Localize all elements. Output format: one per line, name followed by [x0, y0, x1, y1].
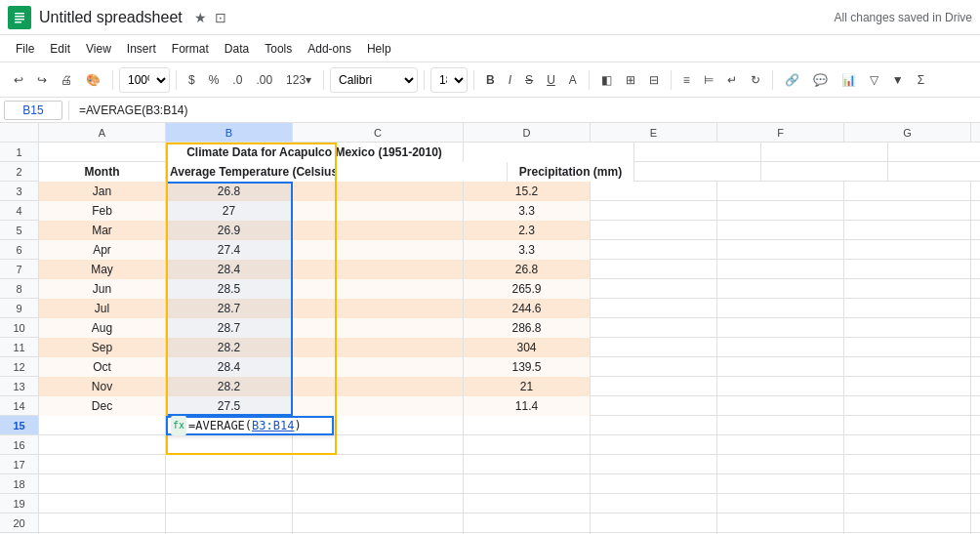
menu-format[interactable]: Format — [164, 38, 217, 60]
font-name-select[interactable]: Calibri — [330, 67, 418, 93]
italic-button[interactable]: I — [503, 69, 517, 91]
cell-b5[interactable]: 26.9 — [166, 221, 293, 240]
cell-f8[interactable] — [717, 279, 844, 299]
wrap-button[interactable]: ↵ — [721, 69, 743, 91]
row-num-1[interactable]: 1 — [0, 143, 38, 162]
functions-button[interactable]: Σ — [912, 69, 930, 91]
cell-e15[interactable] — [591, 416, 717, 435]
cell-e19[interactable] — [591, 494, 717, 513]
cell-d7[interactable]: 26.8 — [464, 260, 591, 279]
cell-b6[interactable]: 27.4 — [166, 240, 293, 260]
redo-button[interactable]: ↪ — [31, 69, 53, 91]
row-num-19[interactable]: 19 — [0, 494, 38, 513]
cell-f4[interactable] — [717, 201, 844, 221]
cell-a16[interactable] — [39, 435, 166, 455]
cell-c4[interactable] — [293, 201, 464, 221]
col-header-d[interactable]: D — [464, 123, 591, 142]
cell-f14[interactable] — [717, 396, 844, 416]
cell-a6[interactable]: Apr — [39, 240, 166, 260]
cell-f6[interactable] — [717, 240, 844, 260]
cell-e10[interactable] — [591, 318, 717, 338]
cell-f19[interactable] — [717, 494, 844, 513]
row-num-6[interactable]: 6 — [0, 240, 38, 260]
row-num-9[interactable]: 9 — [0, 299, 38, 318]
currency-button[interactable]: $ — [183, 69, 201, 91]
cell-c19[interactable] — [293, 494, 464, 513]
cell-f13[interactable] — [717, 377, 844, 396]
menu-file[interactable]: File — [8, 38, 42, 60]
more-icon[interactable]: ⊡ — [215, 10, 226, 25]
cell-b19[interactable] — [166, 494, 293, 513]
cell-f7[interactable] — [717, 260, 844, 279]
cell-a12[interactable]: Oct — [39, 357, 166, 377]
cell-b14[interactable]: 27.5 — [166, 396, 293, 416]
row-num-12[interactable]: 12 — [0, 357, 38, 377]
font-size-select[interactable]: 18 — [430, 67, 468, 93]
menu-data[interactable]: Data — [217, 38, 257, 60]
row-num-16[interactable]: 16 — [0, 435, 38, 455]
col-header-g[interactable]: G — [844, 123, 971, 142]
borders-button[interactable]: ⊞ — [620, 69, 641, 91]
strikethrough-button[interactable]: S — [519, 69, 539, 91]
cell-reference-input[interactable] — [4, 101, 62, 120]
underline-button[interactable]: U — [541, 69, 561, 91]
cell-g11[interactable] — [844, 338, 971, 357]
more-formats-button[interactable]: 123▾ — [280, 69, 317, 91]
cell-e6[interactable] — [591, 240, 717, 260]
cell-e8[interactable] — [591, 279, 717, 299]
cell-f12[interactable] — [717, 357, 844, 377]
merge-button[interactable]: ⊟ — [643, 69, 665, 91]
cell-f9[interactable] — [717, 299, 844, 318]
filter-views-button[interactable]: ▼ — [886, 69, 910, 91]
cell-b3[interactable]: 26.8 — [166, 182, 293, 201]
row-num-8[interactable]: 8 — [0, 279, 38, 299]
cell-b4[interactable]: 27 — [166, 201, 293, 221]
cell-e11[interactable] — [591, 338, 717, 357]
cell-g4[interactable] — [844, 201, 971, 221]
cell-g2[interactable] — [888, 162, 980, 182]
cell-a4[interactable]: Feb — [39, 201, 166, 221]
cell-g8[interactable] — [844, 279, 971, 299]
menu-tools[interactable]: Tools — [257, 38, 300, 60]
cell-c12[interactable] — [293, 357, 464, 377]
cell-a17[interactable] — [39, 455, 166, 474]
cell-e2[interactable] — [634, 162, 761, 182]
cell-g7[interactable] — [844, 260, 971, 279]
cell-e16[interactable] — [591, 435, 717, 455]
cell-d3[interactable]: 15.2 — [464, 182, 591, 201]
cell-d13[interactable]: 21 — [464, 377, 591, 396]
inc-decimals-button[interactable]: .00 — [250, 69, 278, 91]
cell-f5[interactable] — [717, 221, 844, 240]
cell-d2[interactable]: Precipitation (mm) — [508, 162, 634, 182]
cell-d16[interactable] — [464, 435, 591, 455]
cell-d11[interactable]: 304 — [464, 338, 591, 357]
cell-c7[interactable] — [293, 260, 464, 279]
cell-d9[interactable]: 244.6 — [464, 299, 591, 318]
cell-c14[interactable] — [293, 396, 464, 416]
cell-b1[interactable]: Climate Data for Acapulco Mexico (1951-2… — [166, 143, 464, 162]
cell-e13[interactable] — [591, 377, 717, 396]
cell-d18[interactable] — [464, 474, 591, 494]
row-num-13[interactable]: 13 — [0, 377, 38, 396]
cell-d8[interactable]: 265.9 — [464, 279, 591, 299]
cell-g18[interactable] — [844, 474, 971, 494]
cell-a8[interactable]: Jun — [39, 279, 166, 299]
cell-d4[interactable]: 3.3 — [464, 201, 591, 221]
col-header-a[interactable]: A — [39, 123, 166, 142]
cell-a5[interactable]: Mar — [39, 221, 166, 240]
col-header-e[interactable]: E — [591, 123, 717, 142]
cell-a13[interactable]: Nov — [39, 377, 166, 396]
cell-f2[interactable] — [761, 162, 888, 182]
cell-a18[interactable] — [39, 474, 166, 494]
row-num-7[interactable]: 7 — [0, 260, 38, 279]
cell-d17[interactable] — [464, 455, 591, 474]
cell-f16[interactable] — [717, 435, 844, 455]
row-num-18[interactable]: 18 — [0, 474, 38, 494]
cell-g10[interactable] — [844, 318, 971, 338]
cell-g19[interactable] — [844, 494, 971, 513]
menu-help[interactable]: Help — [359, 38, 399, 60]
cell-b10[interactable]: 28.7 — [166, 318, 293, 338]
zoom-select[interactable]: 100% — [119, 67, 170, 93]
menu-insert[interactable]: Insert — [119, 38, 164, 60]
cell-f11[interactable] — [717, 338, 844, 357]
